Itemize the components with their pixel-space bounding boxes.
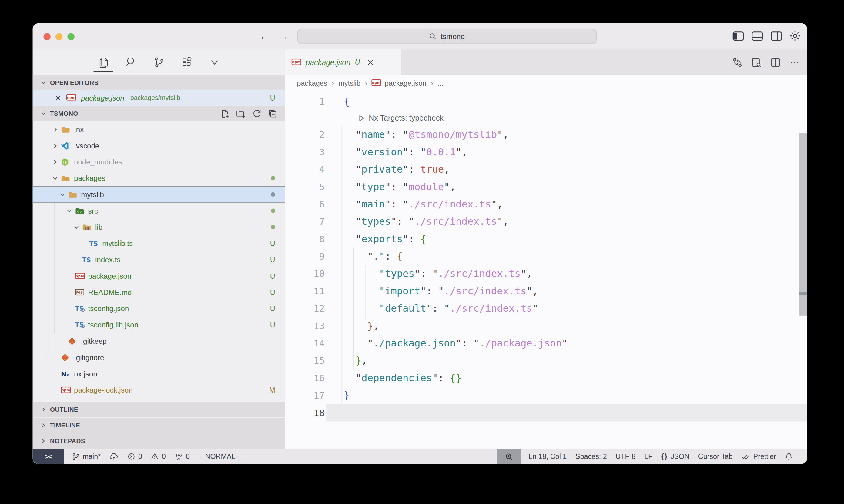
- outline-header[interactable]: OUTLINE: [33, 402, 285, 417]
- code-line-1[interactable]: 1{: [285, 93, 807, 110]
- notepads-header[interactable]: NOTEPADS: [33, 433, 285, 449]
- tree-item-tsconfig-lib-json[interactable]: TStsconfig.lib.jsonU: [33, 317, 285, 333]
- forward-arrow-icon[interactable]: →: [278, 29, 289, 44]
- tree-item-package-lock-json[interactable]: npmpackage-lock.jsonM: [33, 382, 285, 398]
- scrollbar[interactable]: [799, 133, 807, 315]
- code-area[interactable]: 1{Nx Targets: typecheck2 "name": "@tsmon…: [285, 91, 807, 449]
- code-line-7[interactable]: 7 "types": "./src/index.ts",: [285, 213, 807, 230]
- status-errors[interactable]: 0: [127, 452, 142, 461]
- tree-item-readme-md[interactable]: M↓README.mdU: [33, 284, 285, 301]
- explorer-icon[interactable]: [97, 54, 111, 70]
- new-folder-icon[interactable]: [236, 109, 246, 118]
- tree-item-src[interactable]: <>src: [33, 203, 285, 219]
- status-language-mode[interactable]: {}JSON: [661, 452, 689, 461]
- code-line-12[interactable]: 12 "default": "./src/index.ts": [285, 300, 807, 317]
- code-line-3[interactable]: 3 "version": "0.0.1",: [285, 143, 807, 161]
- chevron-down-icon[interactable]: [63, 207, 75, 214]
- status-warnings[interactable]: 0: [151, 452, 166, 461]
- tree-item-mytslib[interactable]: mytslib: [33, 186, 285, 203]
- tree-item-nx-json[interactable]: Nxnx.json: [33, 365, 285, 382]
- code-line-11[interactable]: 11 "import": "./src/index.ts",: [285, 282, 807, 300]
- tree-item-node-modules[interactable]: JSnode_modules: [33, 154, 285, 170]
- tree-item-label: .gitkeep: [81, 337, 107, 345]
- chevron-right-icon[interactable]: [49, 158, 61, 165]
- chevron-right-icon: [40, 438, 47, 444]
- compare-changes-icon[interactable]: [733, 57, 742, 67]
- tree-item-lib[interactable]: lib: [33, 219, 285, 235]
- open-editors-header[interactable]: OPEN EDITORS: [33, 75, 285, 89]
- chevron-down-icon[interactable]: [56, 191, 68, 198]
- code-line-16[interactable]: 16 "dependencies": {}: [285, 369, 807, 386]
- chevron-down-icon[interactable]: [70, 223, 82, 231]
- tree-item-index-ts[interactable]: TSindex.tsU: [33, 251, 285, 268]
- chevron-right-icon[interactable]: [49, 126, 61, 133]
- explorer-header[interactable]: TSMONO: [33, 106, 285, 121]
- breadcrumb-packages[interactable]: packages: [297, 79, 327, 87]
- breadcrumb-package-json[interactable]: npmpackage.json: [372, 79, 427, 87]
- tree-item-mytslib-ts[interactable]: TSmytslib.tsU: [33, 235, 285, 251]
- status-notifications[interactable]: [785, 452, 793, 461]
- breadcrumb--[interactable]: ...: [438, 79, 444, 87]
- source-control-icon[interactable]: [152, 54, 166, 70]
- status-formatter[interactable]: Prettier: [741, 452, 776, 461]
- tree-item--gitkeep[interactable]: .gitkeep: [33, 333, 285, 349]
- code-line-4[interactable]: 4 "private": true,: [285, 161, 807, 178]
- status-sync[interactable]: [109, 452, 119, 461]
- status-ports[interactable]: 0: [174, 452, 190, 461]
- minimize-traffic-light[interactable]: [55, 33, 63, 40]
- code-line-9[interactable]: 9 ".": {: [285, 248, 807, 265]
- more-actions-icon[interactable]: [790, 57, 799, 67]
- timeline-header[interactable]: TIMELINE: [33, 418, 285, 433]
- settings-gear-icon[interactable]: [790, 30, 800, 41]
- tree-item-package-json[interactable]: npmpackage.jsonU: [33, 268, 285, 284]
- status-eol[interactable]: LF: [644, 452, 652, 461]
- code-line-6[interactable]: 6 "main": "./src/index.ts",: [285, 196, 807, 213]
- status-encoding[interactable]: UTF-8: [616, 452, 635, 461]
- split-editor-icon[interactable]: [771, 57, 780, 67]
- extensions-icon[interactable]: [179, 54, 194, 70]
- status-git-branch[interactable]: main*: [72, 452, 101, 461]
- tab-package-json[interactable]: npm package.json U: [285, 49, 401, 75]
- status-cursor-position[interactable]: Ln 18, Col 1: [529, 452, 567, 461]
- code-line-15[interactable]: 15 },: [285, 352, 807, 369]
- code-line-13[interactable]: 13 },: [285, 317, 807, 335]
- status-zoom-indicator[interactable]: [497, 449, 521, 464]
- collapse-all-icon[interactable]: [268, 109, 277, 118]
- new-file-icon[interactable]: [220, 109, 229, 118]
- open-changes-icon[interactable]: [752, 57, 761, 67]
- refresh-icon[interactable]: [252, 109, 261, 118]
- open-editor-item[interactable]: npm package.json packages/mytslib U: [33, 90, 285, 106]
- close-icon[interactable]: [54, 94, 61, 101]
- zoom-traffic-light[interactable]: [67, 33, 74, 40]
- tree-item--gitignore[interactable]: .gitignore: [33, 349, 285, 365]
- close-icon[interactable]: [366, 58, 374, 66]
- tree-item--nx[interactable]: .nx: [33, 121, 285, 138]
- code-line-10[interactable]: 10 "types": "./src/index.ts",: [285, 265, 807, 282]
- back-arrow-icon[interactable]: ←: [259, 29, 270, 44]
- code-line-17[interactable]: 17}: [285, 387, 807, 404]
- status-vim-mode[interactable]: -- NORMAL --: [199, 452, 242, 461]
- tree-item-packages[interactable]: packages: [33, 170, 285, 186]
- more-chevron-icon[interactable]: [207, 54, 221, 70]
- layout-sidebar-left-icon[interactable]: [733, 31, 744, 40]
- status-cursor-tab[interactable]: Cursor Tab: [698, 452, 733, 461]
- codelens-nx-targets[interactable]: Nx Targets: typecheck: [285, 110, 807, 126]
- code-line-8[interactable]: 8 "exports": {: [285, 230, 807, 248]
- command-center-search[interactable]: tsmono: [297, 29, 597, 44]
- chevron-down-icon[interactable]: [49, 175, 61, 181]
- npm-icon: npm: [291, 58, 301, 67]
- status-remote-indicator[interactable]: ><: [33, 449, 64, 464]
- chevron-right-icon[interactable]: [49, 142, 61, 149]
- close-traffic-light[interactable]: [44, 33, 51, 40]
- code-line-5[interactable]: 5 "type": "module",: [285, 178, 807, 195]
- code-line-14[interactable]: 14 "./package.json": "./package.json": [285, 335, 807, 352]
- code-line-2[interactable]: 2 "name": "@tsmono/mytslib",: [285, 126, 807, 143]
- tree-item-tsconfig-json[interactable]: TStsconfig.jsonU: [33, 301, 285, 317]
- breadcrumb-mytslib[interactable]: mytslib: [338, 79, 360, 87]
- status-indentation[interactable]: Spaces: 2: [575, 452, 607, 461]
- code-line-18[interactable]: 18: [285, 404, 807, 421]
- layout-sidebar-right-icon[interactable]: [771, 31, 782, 40]
- search-icon[interactable]: [124, 54, 138, 70]
- tree-item--vscode[interactable]: .vscode: [33, 138, 285, 154]
- layout-panel-bottom-icon[interactable]: [752, 31, 763, 40]
